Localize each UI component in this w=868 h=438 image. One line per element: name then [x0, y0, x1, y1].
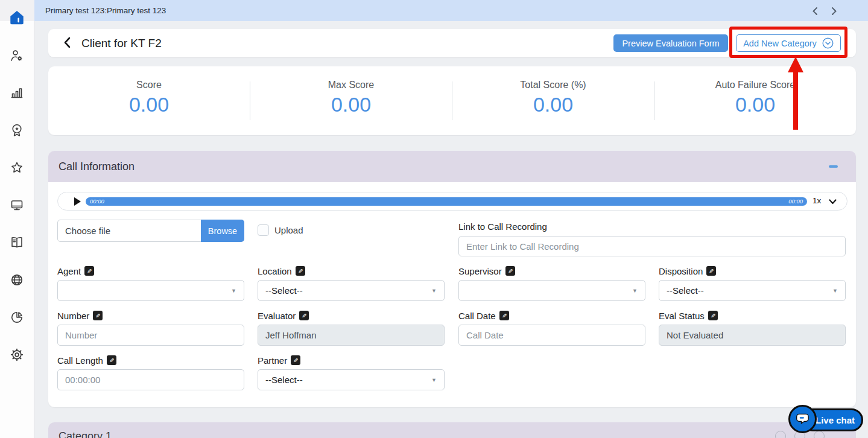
auto-failure-score-column: Auto Failure Score 0.00: [654, 66, 856, 135]
edit-pencil-icon[interactable]: [296, 266, 305, 276]
auto-failure-score-value: 0.00: [654, 93, 856, 116]
call-date-input[interactable]: [458, 325, 645, 346]
playback-speed[interactable]: 1x: [813, 196, 821, 205]
page-header: Client for KT F2 Preview Evaluation Form…: [48, 29, 856, 57]
total-score-value: 0.00: [452, 93, 654, 116]
back-icon[interactable]: [63, 37, 73, 49]
call-length-label: Call Length: [57, 355, 116, 366]
score-column: Score 0.00: [48, 66, 250, 135]
evaluator-value: Jeff Hoffman: [265, 325, 317, 345]
edit-pencil-icon[interactable]: [299, 311, 309, 320]
workspace-title: Primary test 123:Primary test 123: [45, 0, 166, 21]
globe-icon[interactable]: [10, 273, 24, 287]
call-information-header: Call Information: [48, 151, 856, 182]
elapsed-time: 00:00: [90, 198, 104, 205]
library-book-icon[interactable]: [10, 235, 24, 250]
agent-label-text: Agent: [57, 266, 81, 276]
home-logo-icon[interactable]: [8, 9, 25, 26]
call-date-label-text: Call Date: [458, 311, 496, 321]
bar-chart-icon[interactable]: [10, 86, 24, 100]
link-to-call-recording-input[interactable]: [458, 236, 846, 256]
evaluator-field: Jeff Hoffman: [258, 325, 445, 346]
upload-label: Upload: [274, 225, 303, 235]
score-value: 0.00: [48, 93, 250, 116]
settings-gear-icon[interactable]: [10, 348, 24, 362]
sidebar: [0, 0, 34, 438]
supervisor-label: Supervisor: [458, 265, 515, 276]
agent-select[interactable]: [57, 280, 244, 301]
nav-next-icon[interactable]: [828, 5, 840, 17]
location-select[interactable]: --Select--: [258, 280, 445, 301]
call-information-card: Call Information 00:00 00:00 1x Choose f…: [48, 151, 856, 407]
call-date-label: Call Date: [458, 310, 509, 321]
link-to-call-recording-label: Link to Call Recording: [458, 221, 547, 232]
eval-status-value: Not Evaluated: [667, 325, 723, 345]
audio-progress-bar[interactable]: 00:00 00:00: [86, 197, 807, 206]
audio-player: 00:00 00:00 1x: [57, 192, 847, 211]
total-score-column: Total Score (%) 0.00: [452, 66, 654, 135]
remaining-time: 00:00: [788, 198, 803, 205]
user-settings-icon[interactable]: [10, 48, 24, 63]
supervisor-label-text: Supervisor: [458, 266, 502, 276]
file-input[interactable]: Choose file Browse: [57, 220, 244, 242]
max-score-label: Max Score: [250, 80, 452, 90]
edit-pencil-icon[interactable]: [708, 311, 718, 320]
agent-label: Agent: [57, 265, 94, 276]
call-information-title: Call Information: [59, 151, 135, 182]
auto-failure-score-label: Auto Failure Score: [654, 80, 856, 90]
category-action-icon[interactable]: [775, 431, 786, 438]
quality-badge-icon[interactable]: [10, 123, 24, 138]
top-bar: Primary test 123:Primary test 123: [34, 0, 868, 21]
page-title: Client for KT F2: [81, 29, 162, 57]
eval-status-label-text: Eval Status: [659, 311, 705, 321]
preview-evaluation-form-button[interactable]: Preview Evaluation Form: [613, 34, 728, 52]
pie-chart-icon[interactable]: [10, 310, 24, 325]
edit-pencil-icon[interactable]: [84, 266, 94, 276]
add-new-category-label: Add New Category: [743, 39, 817, 48]
disposition-label-text: Disposition: [659, 266, 703, 276]
number-input[interactable]: [57, 325, 244, 346]
monitor-icon[interactable]: [10, 198, 24, 212]
total-score-label: Total Score (%): [452, 80, 654, 90]
max-score-value: 0.00: [250, 93, 452, 116]
evaluator-label-text: Evaluator: [258, 311, 296, 321]
edit-pencil-icon[interactable]: [706, 266, 716, 276]
location-select-value: --Select--: [265, 281, 303, 300]
edit-pencil-icon[interactable]: [505, 266, 515, 276]
chevron-down-circle-icon: [822, 37, 834, 49]
max-score-column: Max Score 0.00: [250, 66, 452, 135]
file-input-text: Choose file: [65, 220, 110, 241]
eval-status-field: Not Evaluated: [659, 325, 846, 346]
disposition-select-value: --Select--: [667, 281, 704, 300]
category-title: Category 1: [59, 430, 112, 438]
add-new-category-button[interactable]: Add New Category: [736, 34, 841, 52]
edit-pencil-icon[interactable]: [499, 311, 509, 320]
category-section-header: Category 1: [48, 422, 856, 438]
category-action-icon[interactable]: [814, 431, 825, 438]
supervisor-select[interactable]: [458, 280, 645, 301]
browse-button[interactable]: Browse: [201, 220, 244, 242]
partner-label: Partner: [258, 355, 300, 366]
edit-pencil-icon[interactable]: [291, 355, 300, 365]
edit-pencil-icon[interactable]: [93, 311, 103, 320]
live-chat-bubble-icon[interactable]: [788, 405, 817, 433]
disposition-select[interactable]: --Select--: [659, 280, 846, 301]
star-icon[interactable]: [10, 160, 24, 175]
collapse-section-icon[interactable]: [829, 165, 838, 168]
number-label: Number: [57, 310, 103, 321]
disposition-label: Disposition: [659, 265, 716, 276]
play-icon[interactable]: [74, 197, 81, 206]
location-label: Location: [258, 265, 305, 276]
partner-select[interactable]: --Select--: [258, 369, 445, 390]
evaluator-label: Evaluator: [258, 310, 309, 321]
partner-select-value: --Select--: [265, 370, 303, 390]
upload-checkbox[interactable]: [258, 224, 269, 236]
number-label-text: Number: [57, 311, 89, 321]
player-chevron-down-icon[interactable]: [829, 199, 837, 205]
eval-status-label: Eval Status: [659, 310, 718, 321]
edit-pencil-icon[interactable]: [107, 355, 116, 365]
call-length-label-text: Call Length: [57, 355, 103, 366]
location-label-text: Location: [258, 266, 292, 276]
nav-previous-icon[interactable]: [809, 5, 821, 17]
call-length-input[interactable]: [57, 369, 244, 390]
